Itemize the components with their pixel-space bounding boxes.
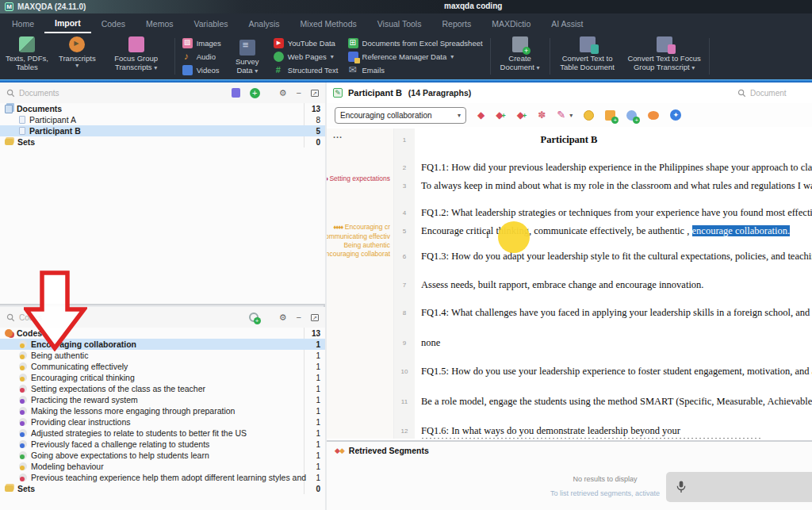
gear-icon[interactable]: ⚙ xyxy=(279,88,287,98)
comment-icon[interactable] xyxy=(648,111,659,120)
texts-pdfs-tables-icon xyxy=(19,36,35,52)
focus-group-icon xyxy=(128,36,144,52)
paragraph[interactable]: 4 FQ1.2: What leadership strategies or t… xyxy=(394,206,812,220)
menu-item[interactable]: Home xyxy=(2,13,44,33)
import-reference-manager-button[interactable]: Reference Manager Data▾ xyxy=(348,51,483,62)
activated-documents-icon[interactable] xyxy=(232,88,240,98)
code-row[interactable]: Making the lessons more engaging through… xyxy=(0,405,325,416)
menu-item[interactable]: Visual Tools xyxy=(367,13,432,33)
sets-icon xyxy=(5,139,13,145)
create-document-button[interactable]: Create Document ▾ xyxy=(493,33,547,79)
menu-item[interactable]: Codes xyxy=(91,13,136,33)
menu-item[interactable]: Mixed Methods xyxy=(290,13,367,33)
document-sets-row[interactable]: Sets 0 xyxy=(0,136,325,148)
dictation-overlay[interactable] xyxy=(666,472,812,502)
import-audio-button[interactable]: Audio xyxy=(182,51,221,62)
code-with-new-code-icon[interactable]: ◆ xyxy=(496,109,506,121)
edit-document-icon[interactable]: ✎ xyxy=(333,88,343,98)
menu-item[interactable]: Variables xyxy=(183,13,238,33)
ai-assist-icon[interactable]: ✦ xyxy=(670,109,681,121)
paragraph[interactable]: 1 Participant B xyxy=(394,133,812,147)
menu-item[interactable]: Analysis xyxy=(238,13,289,33)
code-row[interactable]: Previously faced a challenge relating to… xyxy=(0,439,325,450)
document-row[interactable]: Participant A 8 xyxy=(0,114,325,125)
paragraph[interactable]: 8 FQ1.4: What challenges have you faced … xyxy=(394,306,812,320)
margin-code-label[interactable]: Communicating effectiv xyxy=(327,232,390,240)
click-indicator xyxy=(498,221,530,253)
import-excel-button[interactable]: Documents from Excel Spreadsheet xyxy=(348,37,483,48)
paragraph[interactable]: 11 Be a role model, engage the students … xyxy=(394,395,812,408)
document-text-area[interactable]: ... Setting expectations ♦ Encouraging c… xyxy=(327,128,812,439)
document-icon xyxy=(19,127,25,135)
paragraph[interactable]: 9 none xyxy=(394,336,812,350)
paragraph[interactable]: 5 Encourage critical thinking, communica… xyxy=(394,224,812,238)
import-youtube-button[interactable]: YouTube Data xyxy=(274,37,339,48)
gear-icon[interactable]: ⚙ xyxy=(279,313,287,322)
code-row[interactable]: Previous teaching experience help them a… xyxy=(0,472,325,483)
margin-options-menu[interactable]: ... xyxy=(333,130,343,140)
emoticon-icon[interactable] xyxy=(584,110,594,121)
document-search-input[interactable] xyxy=(750,89,806,98)
document-icon xyxy=(19,116,25,124)
code-selector-combobox[interactable]: Encouraging collaboration ▾ xyxy=(335,107,466,124)
undock-icon[interactable]: ↗ xyxy=(311,90,319,97)
margin-code-label[interactable]: Encouraging cr ♦♦♦♦ xyxy=(327,223,390,231)
coding-stripe-icon: ♦♦♦♦ xyxy=(333,224,343,231)
highlight-coding-icon[interactable]: ✎ xyxy=(557,109,565,121)
paragraph[interactable]: 2 FQ1.1: How did your previous leadershi… xyxy=(394,161,812,174)
import-survey-button[interactable]: Survey Data ▾ xyxy=(226,33,269,79)
paragraph[interactable]: 10 FQ1.5: How do you use your leadership… xyxy=(394,365,812,378)
paragraph[interactable]: 7 Assess needs, built rapport, embrace c… xyxy=(394,278,812,292)
code-row[interactable]: Encouraging critical thinking 1 xyxy=(0,372,325,383)
documents-root-row[interactable]: Documents 13 xyxy=(0,103,325,114)
convert-text-to-table-button[interactable]: Convert Text to Table Document xyxy=(553,33,622,79)
retrieved-segments-title: Retrieved Segments xyxy=(349,446,429,455)
undock-icon[interactable]: ↗ xyxy=(311,314,319,321)
new-memo-icon[interactable] xyxy=(605,110,615,121)
emoticode-icon[interactable]: ✽ xyxy=(538,109,546,121)
code-icon[interactable]: ◆ xyxy=(477,109,485,121)
menu-item[interactable]: Memos xyxy=(136,13,183,33)
margin-code-label[interactable]: Being authentic xyxy=(327,241,390,249)
minimize-icon[interactable]: − xyxy=(297,313,301,322)
new-code-button[interactable] xyxy=(249,313,259,322)
documents-search-input[interactable] xyxy=(19,89,114,98)
code-sets-row[interactable]: Sets 0 xyxy=(0,483,325,494)
import-emails-button[interactable]: Emails xyxy=(348,64,483,75)
import-images-button[interactable]: Images xyxy=(182,37,221,48)
menu-item[interactable]: Reports xyxy=(431,13,481,33)
import-focus-group-button[interactable]: Focus Group Transcripts ▾ xyxy=(101,33,172,79)
code-row[interactable]: Setting expectations of the class as the… xyxy=(0,383,325,394)
paragraph[interactable]: 6 FQ1.3: How do you adapt your leadershi… xyxy=(394,250,812,263)
minimize-icon[interactable]: − xyxy=(297,88,301,98)
microphone-icon[interactable] xyxy=(676,480,687,494)
menu-item[interactable]: Import xyxy=(44,13,91,33)
menu-item[interactable]: AI Assist xyxy=(541,13,593,33)
chevron-down-icon: ▾ xyxy=(331,53,334,60)
import-texts-button[interactable]: Texts, PDFs, Tables xyxy=(0,33,54,79)
import-webpages-button[interactable]: Web Pages▾ xyxy=(274,51,339,62)
margin-code-label[interactable]: Encouraging collaborat xyxy=(327,250,390,258)
coding-stripe-icon: ♦ xyxy=(327,175,327,182)
import-videos-button[interactable]: Videos xyxy=(182,64,221,75)
code-row[interactable]: Communicating effectively 1 xyxy=(0,361,325,372)
code-row[interactable]: Modeling behaviour 1 xyxy=(0,461,325,472)
convert-text-to-focus-button[interactable]: Convert Text to Focus Group Transcript ▾ xyxy=(622,33,707,79)
code-row[interactable]: Practicing the reward system 1 xyxy=(0,394,325,405)
margin-code-label[interactable]: Setting expectations ♦ xyxy=(327,174,390,182)
paragraph[interactable]: 3 To always keep in mind about what is m… xyxy=(394,179,812,193)
code-row[interactable]: Being authentic 1 xyxy=(0,350,325,361)
import-transcripts-button[interactable]: Transcripts▾ xyxy=(54,33,101,79)
document-row[interactable]: Participant B 5 xyxy=(0,125,325,136)
code-row[interactable]: Going above expectations to help student… xyxy=(0,450,325,461)
paragraph[interactable]: 12 FQ1.6: In what ways do you demonstrat… xyxy=(394,424,812,438)
window-title: maxqda coding xyxy=(444,2,502,10)
menu-item[interactable]: MAXDictio xyxy=(481,13,541,33)
paraphrase-icon[interactable] xyxy=(626,110,637,121)
code-row[interactable]: Adjusted strategies to relate to student… xyxy=(0,428,325,439)
web-pages-icon xyxy=(274,52,284,62)
import-structured-text-button[interactable]: Structured Text xyxy=(274,64,339,75)
new-document-button[interactable]: + xyxy=(250,88,260,98)
code-row[interactable]: Providing clear instructions 1 xyxy=(0,416,325,428)
code-in-vivo-icon[interactable]: ◆ xyxy=(517,109,527,121)
